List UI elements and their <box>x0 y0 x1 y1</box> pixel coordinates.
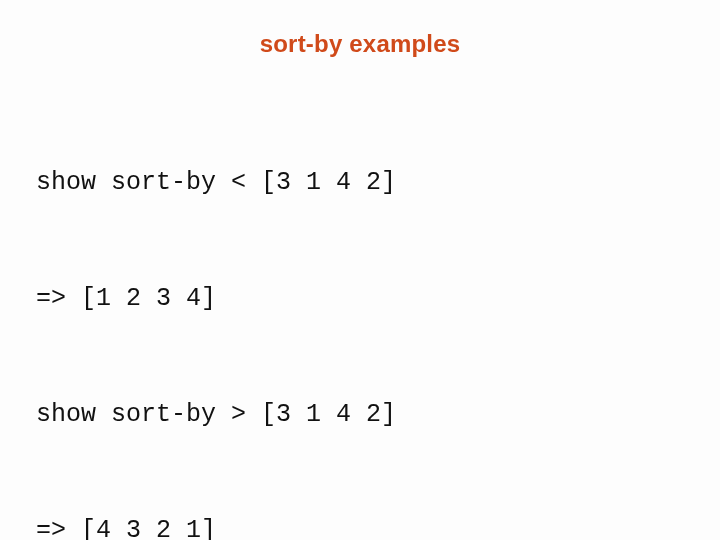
slide: sort-by examples show sort-by < [3 1 4 2… <box>0 0 720 540</box>
code-line: => [1 2 3 4] <box>36 280 684 319</box>
code-block: show sort-by < [3 1 4 2] => [1 2 3 4] sh… <box>36 86 684 540</box>
code-line: show sort-by > [3 1 4 2] <box>36 396 684 435</box>
code-line: => [4 3 2 1] <box>36 512 684 540</box>
slide-title: sort-by examples <box>36 30 684 58</box>
code-line: show sort-by < [3 1 4 2] <box>36 164 684 203</box>
